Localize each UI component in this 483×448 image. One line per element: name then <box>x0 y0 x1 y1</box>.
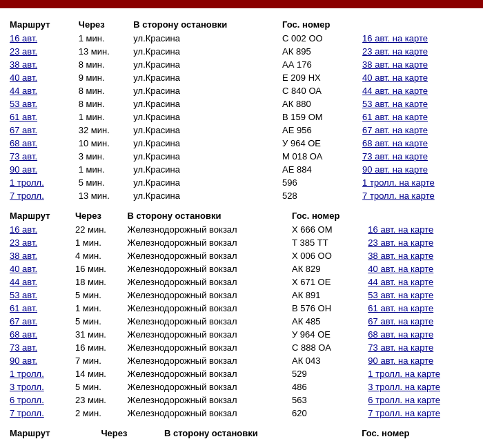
col-header-0-4 <box>359 14 476 32</box>
col-header-0-3: Гос. номер <box>279 14 359 32</box>
table-row: 67 авт.5 мин.Железнодорожный вокзалАК 48… <box>7 315 476 328</box>
route-link-1-8[interactable]: 68 авт. <box>10 329 37 340</box>
map-link-1-12[interactable]: 3 тролл. на карте <box>368 382 440 392</box>
map-link-1-9[interactable]: 73 авт. на карте <box>368 342 433 353</box>
plate-cell-1-13: 563 <box>289 393 365 407</box>
map-link-0-0[interactable]: 16 авт. на карте <box>362 33 428 43</box>
time-cell-0-1: 13 мин. <box>76 45 131 58</box>
route-link-0-0[interactable]: 16 авт. <box>10 33 37 43</box>
table-row: 38 авт.4 мин.Железнодорожный вокзалХ 006… <box>7 249 476 262</box>
col-header-1-0: Маршрут <box>7 205 72 223</box>
time-cell-0-6: 1 мин. <box>76 110 131 124</box>
direction-cell-0-7: ул.Красина <box>130 124 279 137</box>
map-link-1-5[interactable]: 53 авт. на карте <box>368 290 433 300</box>
route-link-1-13[interactable]: 6 тролл. <box>10 395 44 405</box>
route-link-1-4[interactable]: 44 авт. <box>10 277 37 287</box>
time-cell-1-7: 5 мин. <box>72 315 125 328</box>
map-link-1-2[interactable]: 38 авт. на карте <box>368 251 433 261</box>
map-link-0-11[interactable]: 1 тролл. на карте <box>362 177 435 188</box>
map-link-0-8[interactable]: 68 авт. на карте <box>362 138 428 148</box>
map-link-1-13[interactable]: 6 тролл. на карте <box>368 395 440 405</box>
route-link-0-8[interactable]: 68 авт. <box>10 138 37 148</box>
direction-cell-1-9: Железнодорожный вокзал <box>125 341 289 354</box>
route-link-0-11[interactable]: 1 тролл. <box>10 177 44 188</box>
map-link-1-10[interactable]: 90 авт. на карте <box>368 356 433 366</box>
map-link-1-6[interactable]: 61 авт. на карте <box>368 303 433 313</box>
route-link-0-4[interactable]: 44 авт. <box>10 86 37 96</box>
col-header-1-2: В сторону остановки <box>125 205 289 223</box>
table-row: 90 авт.7 мин.Железнодорожный вокзалАК 04… <box>7 354 476 367</box>
table-row: 73 авт.16 мин.Железнодорожный вокзалС 88… <box>7 341 476 354</box>
plate-cell-0-2: АА 176 <box>279 58 359 71</box>
time-cell-1-5: 5 мин. <box>72 289 125 302</box>
route-link-1-14[interactable]: 7 тролл. <box>10 408 44 418</box>
map-link-0-9[interactable]: 73 авт. на карте <box>362 151 428 162</box>
time-cell-1-11: 14 мин. <box>72 367 125 380</box>
map-link-1-8[interactable]: 68 авт. на карте <box>368 329 433 340</box>
table-row: 67 авт.32 мин.ул.КрасинаАЕ 95667 авт. на… <box>7 124 476 137</box>
direction-cell-1-13: Железнодорожный вокзал <box>125 393 289 407</box>
map-link-0-3[interactable]: 40 авт. на карте <box>362 72 428 83</box>
route-link-1-1[interactable]: 23 авт. <box>10 237 37 248</box>
direction-cell-0-11: ул.Красина <box>130 176 279 189</box>
map-link-0-5[interactable]: 53 авт. на карте <box>362 99 428 109</box>
map-link-0-6[interactable]: 61 авт. на карте <box>362 112 428 122</box>
route-link-1-11[interactable]: 1 тролл. <box>10 369 44 379</box>
route-link-0-10[interactable]: 90 авт. <box>10 164 37 175</box>
time-cell-0-4: 8 мин. <box>76 84 131 97</box>
route-link-1-3[interactable]: 40 авт. <box>10 264 37 274</box>
time-cell-0-0: 1 мин. <box>76 32 131 45</box>
map-link-0-10[interactable]: 90 авт. на карте <box>362 164 428 175</box>
route-link-0-3[interactable]: 40 авт. <box>10 72 37 83</box>
route-link-1-5[interactable]: 53 авт. <box>10 290 37 300</box>
route-link-0-5[interactable]: 53 авт. <box>10 99 37 109</box>
time-cell-1-1: 1 мин. <box>72 236 125 249</box>
table-row: 7 тролл.13 мин.ул.Красина5287 тролл. на … <box>7 189 476 202</box>
route-link-0-9[interactable]: 73 авт. <box>10 151 37 162</box>
header <box>0 0 483 8</box>
map-link-0-1[interactable]: 23 авт. на карте <box>362 46 428 57</box>
map-link-0-2[interactable]: 38 авт. на карте <box>362 59 428 70</box>
table-row: 90 авт.1 мин.ул.КрасинаАЕ 88490 авт. на … <box>7 163 476 176</box>
route-link-1-2[interactable]: 38 авт. <box>10 251 37 261</box>
map-link-1-4[interactable]: 44 авт. на карте <box>368 277 433 287</box>
table-row: 40 авт.16 мин.Железнодорожный вокзалАК 8… <box>7 262 476 275</box>
time-cell-1-8: 31 мин. <box>72 328 125 341</box>
table-row: 61 авт.1 мин.ул.КрасинаВ 159 ОМ61 авт. н… <box>7 110 476 124</box>
route-link-1-12[interactable]: 3 тролл. <box>10 382 44 392</box>
direction-cell-1-3: Железнодорожный вокзал <box>125 262 289 275</box>
col-header-1-1: Через <box>72 205 125 223</box>
col-header-0-1: Через <box>76 14 131 32</box>
route-link-1-6[interactable]: 61 авт. <box>10 303 37 313</box>
time-cell-0-10: 1 мин. <box>76 163 131 176</box>
map-link-1-11[interactable]: 1 тролл. на карте <box>368 369 440 379</box>
route-link-1-7[interactable]: 67 авт. <box>10 316 37 327</box>
route-link-0-2[interactable]: 38 авт. <box>10 59 37 70</box>
col-header-2-2: В сторону остановки <box>161 422 359 440</box>
route-link-1-10[interactable]: 90 авт. <box>10 356 37 366</box>
plate-cell-1-8: У 964 ОЕ <box>289 328 365 341</box>
map-link-1-14[interactable]: 7 тролл. на карте <box>368 408 440 418</box>
route-link-1-9[interactable]: 73 авт. <box>10 342 37 353</box>
direction-cell-1-8: Железнодорожный вокзал <box>125 328 289 341</box>
plate-cell-1-10: АК 043 <box>289 354 365 367</box>
time-cell-1-12: 5 мин. <box>72 380 125 393</box>
table-row: 23 авт.13 мин.ул.КрасинаАК 89523 авт. на… <box>7 45 476 58</box>
route-link-0-12[interactable]: 7 тролл. <box>10 191 44 201</box>
map-link-1-1[interactable]: 23 авт. на карте <box>368 237 433 248</box>
map-link-1-3[interactable]: 40 авт. на карте <box>368 264 433 274</box>
route-link-0-7[interactable]: 67 авт. <box>10 125 37 135</box>
route-link-0-6[interactable]: 61 авт. <box>10 112 37 122</box>
plate-cell-1-5: АК 891 <box>289 289 365 302</box>
plate-cell-0-10: АЕ 884 <box>279 163 359 176</box>
map-link-0-7[interactable]: 67 авт. на карте <box>362 125 428 135</box>
route-link-1-0[interactable]: 16 авт. <box>10 224 37 235</box>
time-cell-1-3: 16 мин. <box>72 262 125 275</box>
map-link-0-4[interactable]: 44 авт. на карте <box>362 86 428 96</box>
map-link-1-7[interactable]: 67 авт. на карте <box>368 316 433 327</box>
map-link-0-12[interactable]: 7 тролл. на карте <box>362 191 435 201</box>
table-row: 53 авт.5 мин.Железнодорожный вокзалАК 89… <box>7 289 476 302</box>
table-row: 3 тролл.5 мин.Железнодорожный вокзал4863… <box>7 380 476 393</box>
route-link-0-1[interactable]: 23 авт. <box>10 46 37 57</box>
map-link-1-0[interactable]: 16 авт. на карте <box>368 224 433 235</box>
